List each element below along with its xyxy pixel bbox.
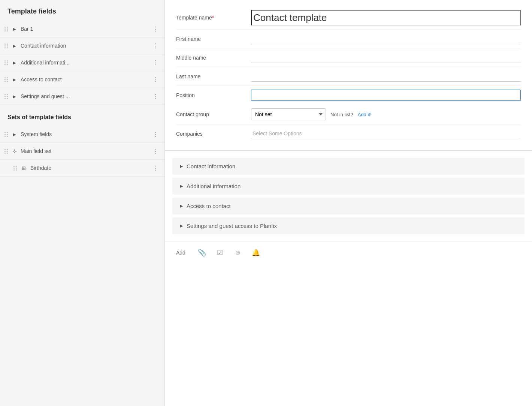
drag-handle (4, 149, 8, 154)
field-item-contact-info[interactable]: ▶ Contact information ⋮ (0, 37, 164, 54)
expand-arrow[interactable]: ▶ (11, 42, 18, 49)
collapsible-title-additional-information: Additional information (187, 183, 241, 189)
process-icon[interactable]: ☺ (233, 247, 243, 258)
more-button[interactable]: ⋮ (151, 58, 160, 67)
field-value-first-name (251, 33, 521, 44)
companies-row: Companies Select Some Options (176, 124, 521, 143)
set-item-system-fields[interactable]: ▶ System fields ⋮ (0, 126, 164, 143)
contact-group-select-wrap: Not setGroup AGroup B Not in list? Add i… (251, 108, 521, 120)
field-label: Settings and guest ... (21, 93, 151, 99)
set-label: System fields (21, 131, 151, 137)
field-label: Access to contact (21, 76, 151, 82)
field-label-last-name: Last name (176, 73, 251, 79)
collapsible-arrow-contact-information: ▶ (180, 164, 183, 169)
not-in-list-text: Not in list? (330, 112, 353, 117)
drag-handle (4, 77, 8, 82)
collapsible-header-contact-information[interactable]: ▶ Contact information (172, 158, 525, 175)
field-input-first-name[interactable] (251, 33, 521, 44)
attachment-icon[interactable]: 📎 (197, 247, 207, 258)
field-label-middle-name: Middle name (176, 55, 251, 61)
more-button[interactable]: ⋮ (151, 75, 160, 84)
expand-arrow[interactable]: ⊹ (11, 147, 18, 155)
collapsible-contact-information: ▶ Contact information (172, 158, 525, 175)
sets-list: ▶ System fields ⋮ ⊹ Main field set ⋮ ⊞ B… (0, 126, 164, 177)
right-panel: Template name* First name Middle name La… (165, 0, 532, 406)
collapsible-header-settings-guest-access[interactable]: ▶ Settings and guest access to Planfix (172, 217, 525, 234)
contact-group-select[interactable]: Not setGroup AGroup B (251, 108, 326, 120)
more-button[interactable]: ⋮ (151, 41, 160, 50)
collapsible-title-contact-information: Contact information (187, 163, 235, 169)
field-input-position[interactable] (251, 90, 521, 101)
expand-arrow[interactable]: ▶ (11, 25, 18, 33)
field-item-settings-guest[interactable]: ▶ Settings and guest ... ⋮ (0, 88, 164, 105)
field-value-position (251, 90, 521, 101)
field-label-position: Position (176, 92, 251, 98)
collapsible-arrow-access-to-contact: ▶ (180, 204, 183, 208)
add-it-link[interactable]: Add it! (358, 112, 372, 117)
drag-handle (4, 27, 8, 31)
add-bar: Add 📎 ☑ ☺ 🔔 (165, 241, 532, 264)
set-item-birthdate[interactable]: ⊞ Birthdate ⋮ (0, 160, 164, 177)
sets-title: Sets of template fields (0, 114, 164, 126)
sets-section: Sets of template fields ▶ System fields … (0, 114, 164, 177)
template-name-value (251, 10, 521, 25)
notification-icon[interactable]: 🔔 (251, 247, 261, 258)
collapsible-title-access-to-contact: Access to contact (187, 203, 231, 209)
contact-group-label: Contact group (176, 111, 251, 117)
collapsible-access-to-contact: ▶ Access to contact (172, 198, 525, 214)
field-label-first-name: First name (176, 36, 251, 42)
main-form-area: Template name* First name Middle name La… (165, 0, 532, 151)
field-item-access-to-contact[interactable]: ▶ Access to contact ⋮ (0, 71, 164, 88)
more-button[interactable]: ⋮ (151, 24, 160, 33)
form-row-first-name: First name (176, 30, 521, 48)
template-name-row: Template name* (176, 6, 521, 30)
drag-handle (4, 132, 8, 137)
expand-arrow[interactable]: ▶ (11, 76, 18, 83)
expand-arrow[interactable]: ▶ (11, 130, 18, 138)
template-name-input[interactable] (251, 10, 521, 25)
expand-arrow[interactable]: ▶ (11, 59, 18, 66)
more-button[interactable]: ⋮ (151, 163, 160, 172)
form-row-position: Position (176, 86, 521, 105)
field-label: Additional informati... (21, 60, 151, 66)
left-panel: Template fields ▶ Bar 1 ⋮ ▶ Contact info… (0, 0, 165, 406)
companies-label: Companies (176, 131, 251, 137)
field-label: Bar 1 (21, 26, 151, 32)
more-button[interactable]: ⋮ (151, 92, 160, 101)
field-input-last-name[interactable] (251, 71, 521, 82)
field-input-middle-name[interactable] (251, 52, 521, 63)
set-label: Main field set (21, 148, 151, 154)
field-item-bar1[interactable]: ▶ Bar 1 ⋮ (0, 21, 164, 37)
collapsible-title-settings-guest-access: Settings and guest access to Planfix (187, 223, 277, 229)
companies-value: Select Some Options (251, 128, 521, 139)
drag-handle (4, 43, 8, 48)
drag-handle (4, 94, 8, 99)
template-fields-list: ▶ Bar 1 ⋮ ▶ Contact information ⋮ ▶ Addi… (0, 21, 164, 105)
field-value-last-name (251, 71, 521, 82)
drag-handle (4, 60, 8, 65)
form-row-last-name: Last name (176, 67, 521, 86)
task-icon[interactable]: ☑ (215, 247, 225, 258)
collapsible-arrow-settings-guest-access: ▶ (180, 223, 183, 228)
contact-group-value: Not setGroup AGroup B Not in list? Add i… (251, 108, 521, 120)
collapsible-additional-information: ▶ Additional information (172, 178, 525, 195)
field-item-additional-info[interactable]: ▶ Additional informati... ⋮ (0, 54, 164, 71)
collapsible-settings-guest-access: ▶ Settings and guest access to Planfix (172, 217, 525, 234)
collapsible-header-additional-information[interactable]: ▶ Additional information (172, 178, 525, 195)
template-name-label: Template name* (176, 15, 251, 21)
field-value-middle-name (251, 52, 521, 63)
expand-arrow[interactable]: ▶ (11, 93, 18, 100)
collapsible-arrow-additional-information: ▶ (180, 184, 183, 189)
contact-group-row: Contact group Not setGroup AGroup B Not … (176, 105, 521, 124)
template-fields-title: Template fields (0, 7, 164, 21)
form-fields-container: First name Middle name Last name Positio… (176, 30, 521, 105)
more-button[interactable]: ⋮ (151, 147, 160, 156)
form-row-middle-name: Middle name (176, 48, 521, 67)
more-button[interactable]: ⋮ (151, 130, 160, 139)
collapsible-header-access-to-contact[interactable]: ▶ Access to contact (172, 198, 525, 214)
companies-placeholder[interactable]: Select Some Options (251, 128, 521, 139)
set-label: Birthdate (30, 165, 151, 171)
set-item-main-field-set[interactable]: ⊹ Main field set ⋮ (0, 143, 164, 160)
drag-handle (13, 166, 17, 171)
field-label: Contact information (21, 43, 151, 49)
